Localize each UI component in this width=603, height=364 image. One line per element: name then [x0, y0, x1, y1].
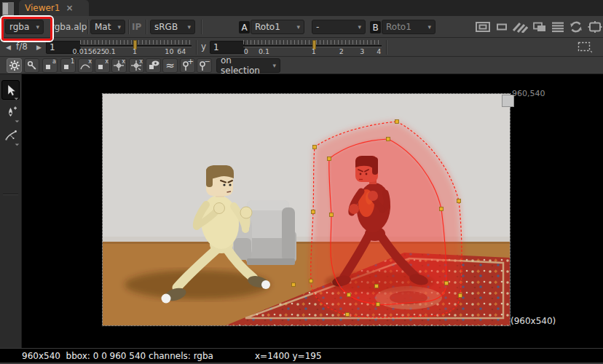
- layers-icon[interactable]: [531, 21, 547, 33]
- gamma-tick-label: 1: [312, 47, 316, 55]
- gamma-slider[interactable]: 0 0.1 1 2 3 4: [243, 40, 382, 55]
- a-node-dropdown[interactable]: Roto1 ▾: [251, 20, 304, 34]
- frame-rect-icon[interactable]: [494, 21, 510, 33]
- selection-mode-dropdown[interactable]: on selection ▾: [216, 58, 280, 73]
- roto-tool-palette: [0, 74, 22, 348]
- gamma-tick-label: 2: [339, 47, 344, 55]
- nuke-viewer-window: Viewer1 × rgba ▾ rgba.alp Mat ▾ IP sRGB …: [0, 0, 603, 364]
- wipe-mode-value: -: [316, 22, 319, 32]
- roto-toolbar: a 1 x x x x ≈ +: [0, 57, 603, 74]
- tool-flyout-indicator: [13, 116, 19, 122]
- lock-points-button[interactable]: a: [42, 58, 58, 73]
- separator: [196, 40, 197, 55]
- proxy-stripes-icon[interactable]: [512, 21, 528, 33]
- gamma-input[interactable]: [210, 41, 245, 54]
- cursor-coords-text: x=1400 y=195: [255, 351, 322, 361]
- chevron-down-icon: ▾: [117, 23, 121, 31]
- gain-slider[interactable]: 0.015625 0.1 1 10 64: [80, 40, 192, 55]
- channels-dropdown[interactable]: rgba ▾: [5, 20, 44, 34]
- plus-sup: +: [188, 58, 194, 65]
- fstop-label: f/8: [16, 41, 28, 52]
- tab-label: Viewer1: [25, 3, 60, 13]
- gamma-label: y: [201, 41, 206, 52]
- gain-tick-label: 64: [177, 47, 186, 55]
- tool-flyout-indicator: [12, 94, 18, 100]
- viewer-image[interactable]: [103, 94, 510, 325]
- input-process-button[interactable]: IP: [132, 22, 141, 32]
- next-stop-button[interactable]: ▶: [36, 44, 42, 51]
- stack-lines-icon[interactable]: [550, 21, 566, 33]
- format-size-label: (960x540): [511, 316, 556, 326]
- chevron-down-icon: ▾: [427, 23, 431, 31]
- chevron-down-icon: ▾: [296, 23, 300, 31]
- select-tool-button[interactable]: [1, 80, 20, 100]
- alpha-layer-label[interactable]: rgba.alp: [51, 22, 87, 32]
- bezier-pen-tool-button[interactable]: [1, 102, 20, 122]
- pane-split-icon[interactable]: [2, 2, 14, 15]
- roi-select-icon[interactable]: [578, 41, 592, 55]
- a-node-value: Roto1: [255, 22, 280, 32]
- chevron-down-icon: ▾: [358, 23, 361, 31]
- single-key-point-button[interactable]: 1: [60, 58, 76, 73]
- monitor-output-icon[interactable]: [475, 21, 491, 33]
- point-square-icon: [64, 65, 68, 69]
- separator: [201, 20, 202, 34]
- image-info-text: 960x540 bbox: 0 0 960 540 channels: rgba: [22, 351, 213, 361]
- ripple-edit-button[interactable]: ≈: [162, 58, 178, 73]
- autokey-button[interactable]: [24, 58, 39, 73]
- delete-transform-move-keys-button[interactable]: x: [129, 58, 144, 73]
- point-square-icon: [46, 65, 50, 69]
- delete-point-keys-button[interactable]: x: [95, 58, 110, 73]
- chevron-down-icon: ▾: [187, 23, 191, 31]
- waves-icon: ≈: [165, 62, 175, 69]
- x-sup: x: [139, 58, 143, 65]
- delete-transform-keys-button[interactable]: x: [111, 58, 127, 73]
- one-sup: 1: [71, 58, 74, 65]
- tab-viewer1[interactable]: Viewer1 ×: [19, 0, 89, 16]
- viewer-toolbar: rgba ▾ rgba.alp Mat ▾ IP sRGB ▾ A Roto1 …: [0, 16, 603, 38]
- point-square-icon: [98, 65, 103, 69]
- prev-stop-button[interactable]: ◀: [6, 44, 11, 51]
- point-visibility-button[interactable]: [146, 58, 161, 73]
- refresh-icon[interactable]: [568, 21, 584, 33]
- gear-icon: [9, 60, 20, 71]
- separator: [87, 20, 89, 34]
- b-node-dropdown[interactable]: Roto1 ▾: [382, 20, 436, 34]
- matte-value: Mat: [95, 22, 111, 32]
- channels-value: rgba: [9, 22, 29, 32]
- palette-divider: [3, 194, 18, 195]
- a-buffer-badge[interactable]: A: [239, 21, 250, 33]
- x-sup: x: [122, 58, 125, 65]
- b-buffer-badge[interactable]: B: [370, 21, 381, 33]
- roi-frame-icon[interactable]: [587, 21, 603, 33]
- gamma-tick-label: 4: [377, 47, 381, 55]
- gain-tick-label: 10: [165, 47, 173, 55]
- delete-curve-keys-button[interactable]: x: [78, 58, 93, 73]
- chevron-down-icon: ▾: [272, 62, 276, 69]
- x-sup: x: [105, 58, 109, 65]
- colorspace-value: sRGB: [154, 22, 178, 32]
- minus-sup: −: [205, 58, 210, 65]
- roto-settings-button[interactable]: [7, 58, 22, 73]
- chevron-down-icon: ▾: [36, 23, 39, 31]
- gamma-tick-label: 0.1: [259, 47, 269, 55]
- colorspace-dropdown[interactable]: sRGB ▾: [150, 20, 195, 34]
- selection-mode-value: on selection: [221, 55, 268, 76]
- lock-sup: a: [52, 58, 56, 65]
- separator: [146, 20, 147, 34]
- separator: [386, 40, 387, 55]
- eye-icon: [151, 60, 159, 66]
- add-key-button[interactable]: +: [180, 58, 195, 73]
- remove-key-button[interactable]: −: [197, 58, 212, 73]
- b-node-value: Roto1: [386, 22, 411, 32]
- gain-tick-label: 0.015625: [73, 47, 106, 55]
- matte-dropdown[interactable]: Mat ▾: [90, 20, 125, 34]
- tab-close-icon[interactable]: ×: [66, 4, 73, 12]
- tab-bar: Viewer1 ×: [0, 0, 603, 16]
- exposure-gamma-bar: ◀ f/8 ▶ 0.015625 0.1 1 10 64 y 0 0.1 1 2…: [0, 38, 603, 57]
- gain-tick-label: 0.1: [105, 47, 116, 55]
- wipe-mode-dropdown[interactable]: - ▾: [312, 20, 366, 34]
- feather-curve-tool-button[interactable]: [1, 125, 20, 145]
- gamma-tick-label: 3: [360, 47, 364, 55]
- separator: [128, 20, 130, 34]
